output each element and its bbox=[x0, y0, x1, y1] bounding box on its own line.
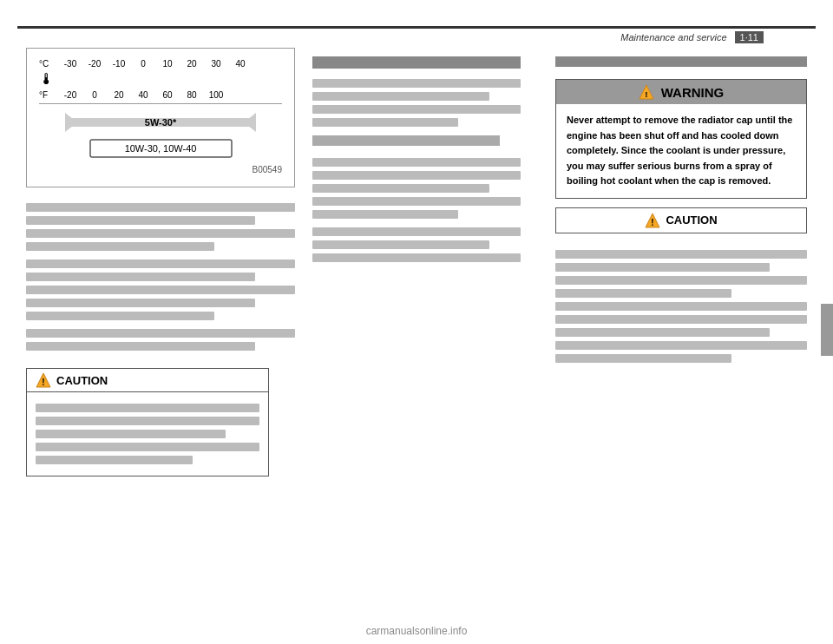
text-line-1 bbox=[26, 203, 295, 212]
text-line-6 bbox=[26, 273, 255, 281]
caution-header-left: ! CAUTION bbox=[27, 369, 268, 392]
caution-triangle-icon-right: ! bbox=[645, 213, 660, 228]
text-line-11 bbox=[26, 342, 255, 351]
text-line-8 bbox=[26, 299, 255, 307]
thermometer-row: 🌡 bbox=[39, 70, 282, 89]
left-body-text-2 bbox=[26, 260, 295, 320]
svg-text:10W-30, 10W-40: 10W-30, 10W-40 bbox=[124, 143, 196, 154]
page-title: Maintenance and service bbox=[620, 32, 726, 43]
tick-c-8: 40 bbox=[228, 59, 253, 69]
caution-triangle-icon-left: ! bbox=[36, 372, 51, 388]
oil-bars: 5W-30* 10W-30, 10W-40 bbox=[39, 113, 282, 158]
tab-indicator: 1·11 bbox=[735, 31, 764, 43]
svg-marker-2 bbox=[244, 113, 256, 132]
tick-c-7: 30 bbox=[204, 59, 228, 69]
oil-temperature-chart: °C -30 -20 -10 0 10 20 30 40 🌡 °F -20 0 … bbox=[26, 48, 295, 187]
caution-header-right: ! CAUTION bbox=[556, 208, 806, 233]
right-top-bar bbox=[555, 56, 807, 67]
mid-body-text-3 bbox=[312, 227, 521, 262]
page-title-area: Maintenance and service 1·11 bbox=[620, 31, 764, 43]
svg-text:!: ! bbox=[652, 218, 654, 227]
celsius-ticks: -30 -20 -10 0 10 20 30 40 bbox=[58, 59, 253, 69]
text-line-2 bbox=[26, 216, 255, 225]
text-line-7 bbox=[26, 286, 295, 294]
warning-triangle-icon: ! bbox=[639, 84, 654, 100]
caution-box-left: ! CAUTION bbox=[26, 368, 269, 476]
mid-highlight-bar-top bbox=[312, 56, 521, 69]
left-column: °C -30 -20 -10 0 10 20 30 40 🌡 °F -20 0 … bbox=[26, 48, 295, 476]
text-line-9 bbox=[26, 312, 214, 320]
top-divider-bar bbox=[17, 26, 816, 29]
tick-f-1: -20 bbox=[58, 90, 82, 100]
tick-c-3: -10 bbox=[107, 59, 131, 69]
tick-f-3: 20 bbox=[107, 90, 131, 100]
tick-f-5: 60 bbox=[155, 90, 180, 100]
tick-f-2: 0 bbox=[82, 90, 107, 100]
tick-c-5: 10 bbox=[155, 59, 180, 69]
tick-c-1: -30 bbox=[58, 59, 82, 69]
svg-text:5W-30*: 5W-30* bbox=[145, 117, 177, 128]
tick-c-4: 0 bbox=[131, 59, 155, 69]
tick-c-2: -20 bbox=[82, 59, 107, 69]
warning-title: WARNING bbox=[661, 85, 725, 100]
caution-body-left bbox=[27, 392, 268, 476]
mid-body-text-2 bbox=[312, 158, 521, 219]
tick-f-4: 40 bbox=[131, 90, 155, 100]
text-line-3 bbox=[26, 229, 295, 238]
oil-10w-arrow: 10W-30, 10W-40 bbox=[89, 139, 233, 158]
chart-divider bbox=[39, 103, 282, 104]
text-line-4 bbox=[26, 242, 214, 251]
fahrenheit-ticks: -20 0 20 40 60 80 100 bbox=[58, 90, 228, 100]
warning-text: Never attempt to remove the radiator cap… bbox=[567, 115, 792, 186]
fahrenheit-row: °F -20 0 20 40 60 80 100 bbox=[39, 90, 282, 100]
watermark: carmanualsonline.info bbox=[0, 625, 833, 637]
celsius-label: °C bbox=[39, 59, 58, 69]
caution-title-right: CAUTION bbox=[666, 214, 717, 227]
chart-code: B00549 bbox=[39, 165, 282, 174]
right-body-text bbox=[555, 233, 807, 363]
tick-f-6: 80 bbox=[180, 90, 204, 100]
tick-c-6: 20 bbox=[180, 59, 204, 69]
celsius-row: °C -30 -20 -10 0 10 20 30 40 bbox=[39, 59, 282, 69]
caution-title-left: CAUTION bbox=[56, 374, 108, 387]
warning-body: Never attempt to remove the radiator cap… bbox=[556, 104, 806, 198]
tick-f-7: 100 bbox=[204, 90, 228, 100]
fahrenheit-label: °F bbox=[39, 90, 58, 100]
mid-body-text bbox=[312, 79, 521, 127]
warning-box: ! WARNING Never attempt to remove the ra… bbox=[555, 79, 807, 199]
svg-text:!: ! bbox=[42, 378, 44, 387]
text-line-5 bbox=[26, 260, 295, 268]
right-column: ! WARNING Never attempt to remove the ra… bbox=[555, 48, 807, 367]
warning-header: ! WARNING bbox=[556, 80, 806, 104]
left-body-text bbox=[26, 203, 295, 251]
caution-box-right: ! CAUTION bbox=[555, 207, 807, 233]
side-tab bbox=[821, 304, 833, 356]
middle-column bbox=[312, 48, 521, 271]
thermometer-icon: 🌡 bbox=[39, 70, 55, 89]
text-line-10 bbox=[26, 329, 295, 338]
svg-text:!: ! bbox=[645, 89, 647, 99]
left-body-text-3 bbox=[26, 329, 295, 351]
mid-highlight-bar-2 bbox=[312, 135, 500, 146]
oil-5w30-arrow: 5W-30* bbox=[65, 113, 256, 132]
